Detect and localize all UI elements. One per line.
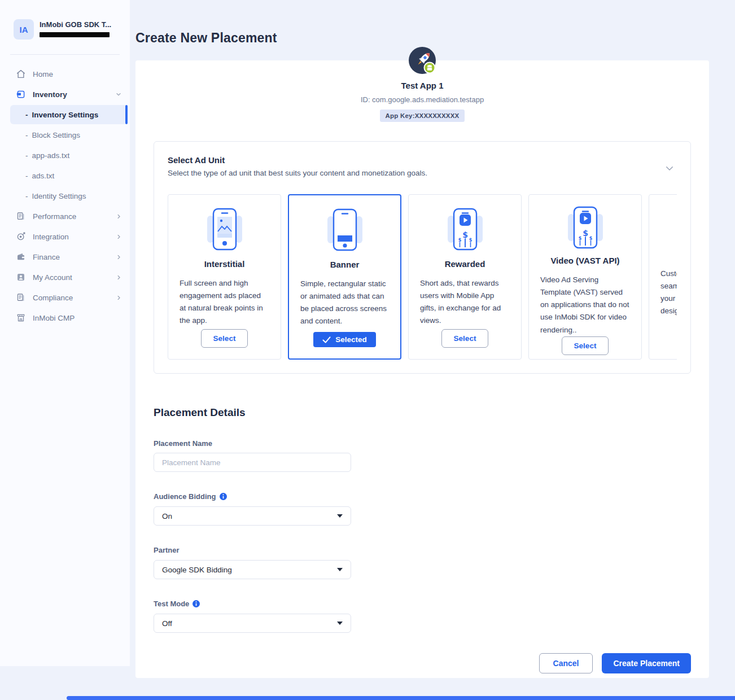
document-icon: [16, 292, 26, 303]
sidebar-item-label: Block Settings: [32, 131, 81, 139]
test-mode-label: Test Mode: [154, 600, 189, 608]
caret-down-icon: [337, 514, 343, 518]
sidebar-item-block-settings[interactable]: - Block Settings: [0, 125, 130, 145]
video-phone-icon: $ $ $: [540, 205, 630, 250]
target-icon: [16, 231, 26, 242]
sidebar-item-compliance[interactable]: Compliance: [0, 287, 130, 308]
svg-text:$: $: [462, 230, 468, 239]
chevron-right-icon: [116, 295, 122, 301]
sidebar-item-label: Finance: [33, 253, 109, 261]
ad-unit-description: Full screen and high engagement ads plac…: [180, 277, 269, 327]
sidebar-item-my-account[interactable]: My Account: [0, 267, 130, 287]
sidebar-item-label: ads.txt: [32, 172, 55, 180]
banner-phone-icon: [300, 205, 389, 254]
ad-unit-description: Short ads, that rewards users with Mobil…: [420, 277, 510, 327]
sidebar-divider: [10, 54, 120, 55]
sidebar-item-inmobi-cmp[interactable]: InMobi CMP: [0, 308, 130, 328]
app-root: IA InMobi GOB SDK T... Home Inventory: [0, 0, 735, 700]
svg-text:$: $: [583, 229, 588, 238]
interstitial-phone-icon: [180, 205, 269, 253]
account-name: InMobi GOB SDK T...: [40, 20, 111, 29]
sidebar-item-label: app-ads.txt: [32, 151, 70, 160]
storefront-icon: [16, 313, 26, 323]
sidebar-item-app-ads-txt[interactable]: - app-ads.txt: [0, 145, 130, 165]
sidebar-item-inventory-settings[interactable]: - Inventory Settings: [10, 105, 128, 124]
svg-text:$: $: [458, 238, 461, 243]
audience-bidding-field: Audience Bidding On: [154, 492, 691, 526]
clipped-phone-icon: [660, 205, 677, 253]
sidebar-item-label: Performance: [33, 212, 109, 221]
ad-unit-card-interstitial: Interstitial Full screen and high engage…: [168, 194, 281, 360]
ad-unit-description: Video Ad Serving Template (VAST) served …: [540, 274, 630, 336]
chevron-right-icon: [116, 274, 122, 281]
sidebar-item-label: Inventory: [33, 90, 108, 99]
sidebar-item-label: Identity Settings: [32, 192, 86, 200]
user-icon: [16, 272, 26, 282]
ad-unit-name: Rewarded: [420, 259, 510, 269]
rewarded-phone-icon: $ $ $: [420, 205, 510, 253]
avatar: IA: [14, 19, 34, 40]
app-key-badge: App Key:XXXXXXXXXX: [380, 110, 465, 122]
sidebar-item-performance[interactable]: Performance: [0, 206, 130, 226]
sidebar-item-label: Compliance: [33, 294, 109, 302]
caret-down-icon: [337, 622, 343, 625]
svg-text:$: $: [578, 236, 581, 241]
ad-unit-name: Video (VAST API): [540, 256, 630, 265]
ad-unit-card-banner: Banner Simple, rectangular static or ani…: [288, 194, 401, 360]
svg-text:$: $: [469, 238, 472, 243]
caret-down-icon: [337, 568, 343, 571]
select-ad-unit-panel: Select Ad Unit Select the type of ad uni…: [154, 141, 691, 374]
create-placement-card: Test App 1 ID: com.google.ads.mediation.…: [135, 60, 709, 678]
main-content: Create New Placement: [130, 0, 735, 700]
ad-unit-description: Simple, rectangular static or animated a…: [300, 278, 389, 328]
audience-bidding-select[interactable]: On: [154, 506, 351, 526]
banner-selected-button[interactable]: Selected: [313, 332, 376, 347]
ad-unit-card-video-vast: $ $ $ Video (VAST API) Video Ad Serving …: [528, 194, 642, 360]
select-interstitial-button[interactable]: Select: [201, 329, 248, 348]
select-ad-unit-subtitle: Select the type of ad unit that best sui…: [168, 169, 677, 177]
sidebar-item-label: Integration: [33, 233, 109, 241]
partner-select[interactable]: Google SDK Bidding: [154, 560, 351, 579]
sidebar-item-label: Home: [33, 70, 122, 78]
account-switcher[interactable]: IA InMobi GOB SDK T...: [0, 0, 130, 40]
collapse-chevron-down-icon[interactable]: [664, 163, 675, 176]
chevron-down-icon: [115, 91, 122, 98]
wallet-icon: [16, 252, 26, 262]
audience-bidding-label: Audience Bidding: [154, 492, 216, 501]
sidebar-item-integration[interactable]: Integration: [0, 226, 130, 247]
cancel-button[interactable]: Cancel: [539, 653, 593, 673]
ad-unit-card-rewarded: $ $ $ Rewarded Short ads, that rewards u…: [408, 194, 522, 360]
ad-unit-name: Banner: [300, 260, 389, 269]
ad-unit-description: Custo seam your desig: [660, 268, 677, 318]
chevron-right-icon: [116, 213, 122, 220]
sidebar-item-label: Inventory Settings: [32, 111, 99, 119]
placement-details-section: Placement Details Placement Name Audienc…: [135, 406, 709, 633]
ad-unit-name: Interstitial: [180, 259, 269, 269]
sidebar-item-label: InMobi CMP: [33, 314, 122, 322]
sidebar-item-finance[interactable]: Finance: [0, 247, 130, 267]
create-placement-button[interactable]: Create Placement: [602, 653, 691, 673]
select-video-button[interactable]: Select: [562, 336, 609, 355]
account-id-redacted: [40, 32, 110, 37]
chevron-right-icon: [116, 254, 122, 260]
ad-unit-cards: Interstitial Full screen and high engage…: [168, 194, 677, 360]
form-actions: Cancel Create Placement: [135, 633, 709, 673]
sidebar-item-ads-txt[interactable]: - ads.txt: [0, 165, 130, 186]
horizontal-scrollbar[interactable]: [67, 696, 735, 700]
app-icon: [409, 47, 436, 74]
info-icon[interactable]: [193, 600, 200, 607]
select-rewarded-button[interactable]: Select: [441, 329, 489, 348]
partner-label: Partner: [154, 546, 691, 554]
placement-details-title: Placement Details: [154, 406, 691, 419]
select-ad-unit-title: Select Ad Unit: [168, 155, 677, 165]
test-mode-field: Test Mode Off: [154, 600, 691, 633]
placement-name-input[interactable]: [154, 453, 351, 472]
sidebar: IA InMobi GOB SDK T... Home Inventory: [0, 0, 130, 666]
sidebar-item-inventory[interactable]: Inventory: [0, 84, 130, 104]
sidebar-item-identity-settings[interactable]: - Identity Settings: [0, 186, 130, 206]
sidebar-item-label: My Account: [33, 273, 109, 282]
test-mode-select[interactable]: Off: [154, 614, 351, 633]
sidebar-item-home[interactable]: Home: [0, 64, 130, 84]
svg-text:$: $: [589, 236, 592, 241]
info-icon[interactable]: [220, 493, 227, 500]
